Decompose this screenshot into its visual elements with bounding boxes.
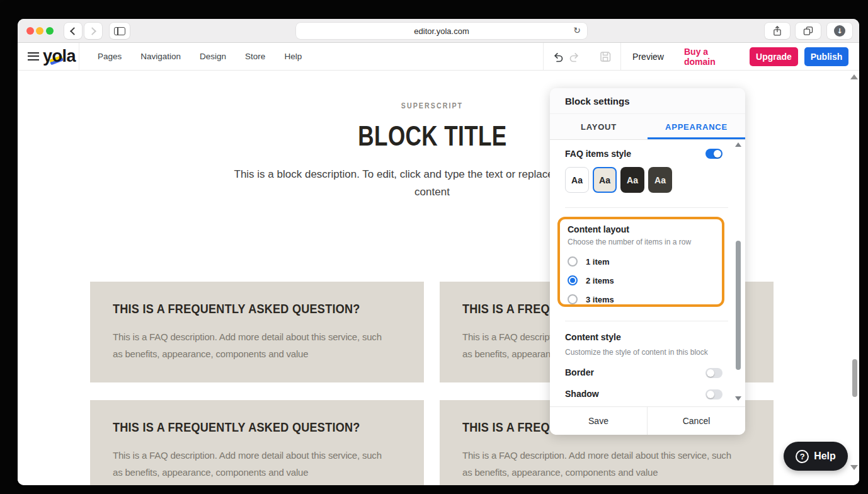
share-button[interactable] bbox=[765, 23, 790, 39]
main-nav: Pages Navigation Design Store Help bbox=[88, 43, 311, 70]
back-button[interactable] bbox=[64, 23, 82, 39]
panel-tabs: LAYOUT APPEARANCE bbox=[550, 114, 745, 140]
radio-icon bbox=[568, 256, 578, 267]
page-scrollbar-thumb[interactable] bbox=[852, 359, 857, 397]
panel-title: Block settings bbox=[550, 88, 745, 114]
content-style-subtitle: Customize the style of content in this b… bbox=[565, 348, 708, 357]
style-swatch-black[interactable]: Aa bbox=[620, 167, 644, 193]
faq-items-style-label: FAQ items style bbox=[565, 149, 631, 159]
faq-answer: This is a FAQ description. Add more deta… bbox=[462, 447, 751, 481]
panel-scroll-up-arrow[interactable] bbox=[735, 142, 741, 147]
tab-appearance[interactable]: APPEARANCE bbox=[648, 114, 745, 139]
panel-footer: Save Cancel bbox=[550, 406, 745, 435]
question-mark-icon: ? bbox=[796, 450, 809, 463]
preview-button[interactable]: Preview bbox=[631, 43, 665, 70]
block-superscript[interactable]: SUPERSCRIPT bbox=[401, 101, 463, 110]
forward-button[interactable] bbox=[84, 23, 102, 39]
save-settings-button[interactable]: Save bbox=[550, 407, 648, 435]
download-icon: ↓ bbox=[834, 25, 845, 37]
border-toggle[interactable] bbox=[705, 368, 722, 378]
forward-chevron-icon bbox=[88, 27, 96, 35]
back-chevron-icon bbox=[70, 27, 78, 35]
radio-selected-icon bbox=[568, 275, 578, 285]
downloads-button[interactable]: ↓ bbox=[827, 23, 852, 39]
panel-scroll-down-arrow[interactable] bbox=[735, 396, 741, 401]
nav-design[interactable]: Design bbox=[190, 52, 236, 61]
cancel-settings-button[interactable]: Cancel bbox=[648, 407, 745, 435]
close-window-button[interactable] bbox=[26, 27, 34, 35]
content-layout-highlight: Content layout Choose the number of item… bbox=[557, 217, 724, 307]
faq-card[interactable]: THIS IS A FREQUENTLY ASKED QUESTION? Thi… bbox=[90, 400, 424, 485]
sidebar-toggle-button[interactable] bbox=[110, 23, 130, 39]
faq-question: THIS IS A FREQUENTLY ASKED QUESTION? bbox=[113, 420, 361, 435]
tabs-icon bbox=[802, 25, 814, 37]
sidebar-icon bbox=[114, 27, 125, 35]
url-text: editor.yola.com bbox=[414, 26, 469, 36]
help-button[interactable]: ? Help bbox=[784, 442, 848, 471]
tab-overview-button[interactable] bbox=[796, 23, 821, 39]
faq-items-style-toggle[interactable] bbox=[705, 149, 722, 159]
shadow-toggle[interactable] bbox=[705, 389, 722, 399]
nav-pages[interactable]: Pages bbox=[88, 52, 131, 61]
publish-button[interactable]: Publish bbox=[804, 47, 848, 66]
style-swatch-light[interactable]: Aa bbox=[565, 167, 589, 193]
faq-answer: This is a FAQ description. Add more deta… bbox=[113, 328, 401, 362]
share-icon bbox=[772, 25, 782, 37]
page-scroll-up-arrow[interactable] bbox=[850, 74, 858, 79]
help-label: Help bbox=[814, 451, 836, 462]
tab-layout[interactable]: LAYOUT bbox=[550, 114, 648, 139]
browser-window: editor.yola.com ↻ ↓ yola Pages bbox=[18, 19, 859, 485]
page-scroll-down-arrow[interactable] bbox=[850, 465, 858, 470]
content-style-title: Content style bbox=[565, 332, 621, 342]
radio-option-2-items[interactable]: 2 items bbox=[568, 271, 714, 290]
nav-store[interactable]: Store bbox=[236, 52, 275, 61]
style-swatch-cream-selected[interactable]: Aa bbox=[593, 167, 617, 193]
editor-toolbar: yola Pages Navigation Design Store Help bbox=[18, 43, 859, 71]
block-title[interactable]: BLOCK TITLE bbox=[358, 120, 506, 152]
address-bar[interactable]: editor.yola.com ↻ bbox=[296, 23, 587, 39]
nav-navigation[interactable]: Navigation bbox=[131, 52, 190, 61]
block-settings-panel: Block settings LAYOUT APPEARANCE FAQ ite… bbox=[550, 88, 745, 435]
redo-icon bbox=[568, 50, 581, 64]
yola-logo: yola bbox=[43, 47, 76, 66]
minimize-window-button[interactable] bbox=[36, 27, 43, 35]
buy-a-domain-link[interactable]: Buy a domain bbox=[684, 43, 737, 70]
border-label: Border bbox=[565, 367, 594, 377]
radio-option-1-item[interactable]: 1 item bbox=[568, 252, 714, 271]
upgrade-button[interactable]: Upgrade bbox=[750, 47, 798, 66]
hamburger-menu-icon[interactable] bbox=[28, 52, 39, 62]
radio-icon bbox=[568, 294, 578, 304]
maximize-window-button[interactable] bbox=[46, 27, 54, 35]
undo-icon bbox=[551, 50, 565, 64]
faq-question: THIS IS A FREQUENTLY ASKED QUESTION? bbox=[113, 301, 361, 316]
radio-option-3-items[interactable]: 3 items bbox=[568, 290, 714, 309]
panel-body: FAQ items style Aa Aa Aa Aa Content layo… bbox=[550, 140, 745, 406]
save-button[interactable] bbox=[598, 49, 613, 64]
faq-card[interactable]: THIS IS A FREQUENTLY ASKED QUESTION? Thi… bbox=[90, 282, 424, 382]
faq-answer: This is a FAQ description. Add more deta… bbox=[113, 447, 401, 481]
nav-help[interactable]: Help bbox=[275, 52, 311, 61]
style-swatch-dark-gray[interactable]: Aa bbox=[648, 167, 672, 193]
undo-button[interactable] bbox=[551, 49, 566, 64]
style-swatches: Aa Aa Aa Aa bbox=[565, 167, 672, 193]
reload-icon[interactable]: ↻ bbox=[573, 25, 581, 35]
browser-chrome: editor.yola.com ↻ ↓ bbox=[18, 19, 859, 43]
redo-button[interactable] bbox=[567, 49, 582, 64]
shadow-label: Shadow bbox=[565, 389, 599, 399]
content-layout-subtitle: Choose the number of items in a row bbox=[568, 238, 714, 246]
content-layout-title: Content layout bbox=[568, 223, 714, 236]
panel-scrollbar-thumb[interactable] bbox=[736, 241, 741, 370]
save-floppy-icon bbox=[598, 50, 612, 64]
